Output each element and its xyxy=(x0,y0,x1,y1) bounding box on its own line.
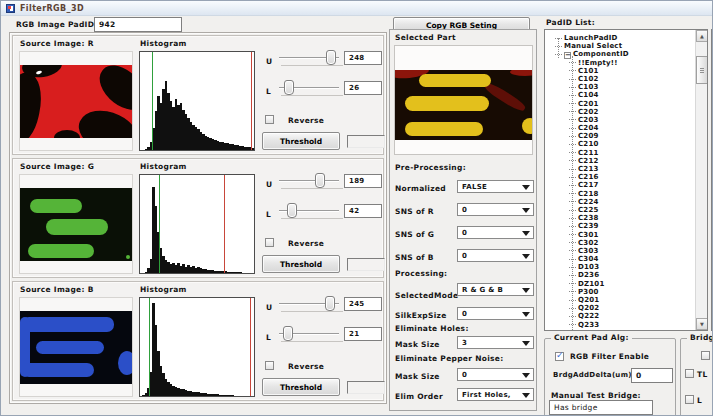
silk-exp-size-select[interactable]: 0 xyxy=(457,307,534,320)
l-slider-r[interactable] xyxy=(279,80,339,96)
tree-item[interactable]: Q202 xyxy=(545,304,694,312)
reverse-label-g: Reverse xyxy=(288,239,324,248)
bridge-top-checkbox[interactable] xyxy=(701,351,710,360)
tree-item[interactable]: LaunchPadID xyxy=(545,34,694,42)
tree-item[interactable]: Q222 xyxy=(545,312,694,320)
reverse-checkbox-b[interactable] xyxy=(265,361,274,370)
u-slider-g[interactable] xyxy=(279,173,339,189)
threshold-button-b[interactable]: Threshold xyxy=(262,378,340,396)
chevron-down-icon xyxy=(522,312,530,317)
tree-item[interactable]: C104 xyxy=(545,91,694,99)
sns-of-g-label: SNS of G xyxy=(395,230,434,239)
tree-item[interactable]: C301 xyxy=(545,231,694,239)
elim-order-select[interactable]: First Holes, xyxy=(457,388,534,401)
selected-part-bitmap xyxy=(395,70,532,140)
tree-item[interactable]: C203 xyxy=(545,116,694,124)
lower-threshold-line-g xyxy=(159,175,160,273)
u-slider-b[interactable] xyxy=(279,296,339,312)
tree-item[interactable]: P300 xyxy=(545,288,694,296)
tree-item[interactable]: Manual Select xyxy=(545,42,694,50)
sns-of-g-select[interactable]: 0 xyxy=(457,226,534,239)
l-value-g[interactable]: 42 xyxy=(344,204,382,218)
tree-item[interactable]: C302 xyxy=(545,239,694,247)
pad-id-list-label: PadID List: xyxy=(546,18,595,27)
tree-item[interactable]: C224 xyxy=(545,198,694,206)
tree-item[interactable]: C103 xyxy=(545,83,694,91)
brdg-add-delta-label: BrdgAddDelta(um): xyxy=(553,371,635,379)
tree-item[interactable]: C239 xyxy=(545,222,694,230)
reverse-checkbox-r[interactable] xyxy=(265,115,274,124)
u-value-g[interactable]: 189 xyxy=(344,174,382,188)
threshold-button-g[interactable]: Threshold xyxy=(262,255,340,273)
tree-item[interactable]: −ComponentID xyxy=(545,50,694,58)
l-checkbox[interactable] xyxy=(685,395,694,404)
brdg-add-delta-value[interactable]: 0 xyxy=(631,368,673,383)
tree-item[interactable]: C209 xyxy=(545,132,694,140)
tree-item[interactable]: C212 xyxy=(545,157,694,165)
tree-item[interactable]: C217 xyxy=(545,181,694,189)
tree-item[interactable]: !!Empty!! xyxy=(545,59,694,67)
tree-item[interactable]: C238 xyxy=(545,214,694,222)
tree-item[interactable]: C225 xyxy=(545,206,694,214)
tree-item[interactable]: C304 xyxy=(545,255,694,263)
l-value-r[interactable]: 26 xyxy=(344,81,382,95)
reverse-label-b: Reverse xyxy=(288,362,324,371)
manual-test-bridge-value[interactable]: Has bridge xyxy=(549,400,653,415)
mask-size-2-select[interactable]: 0 xyxy=(457,368,534,381)
current-pad-alg-title: Current Pad Alg: xyxy=(551,333,632,342)
tree-item[interactable]: C216 xyxy=(545,173,694,181)
tree-item[interactable]: C202 xyxy=(545,108,694,116)
u-value-b[interactable]: 245 xyxy=(344,297,382,311)
tree-item[interactable]: C211 xyxy=(545,149,694,157)
tree-scrollbar[interactable]: ▲ ▼ xyxy=(695,30,707,330)
sns-of-b-label: SNS of B xyxy=(395,253,434,262)
tree-item[interactable]: Q201 xyxy=(545,296,694,304)
tree-item[interactable]: C201 xyxy=(545,100,694,108)
l-slider-b[interactable] xyxy=(279,326,339,342)
tree-item[interactable]: C204 xyxy=(545,124,694,132)
u-value-r[interactable]: 248 xyxy=(344,51,382,65)
rgb-pad-id-label: RGB Image PadID: xyxy=(16,20,98,29)
mask-size-1-select[interactable]: 3 xyxy=(457,336,534,349)
u-label-r: U xyxy=(266,57,272,66)
chevron-down-icon xyxy=(522,208,530,213)
channel-panel-r: Source Image: R Histogram U 248 L 26 Rev… xyxy=(12,35,384,155)
histogram-b xyxy=(139,297,255,397)
sns-of-b-select[interactable]: 0 xyxy=(457,249,534,262)
tree-item[interactable]: D103 xyxy=(545,263,694,271)
tree-item[interactable]: D236 xyxy=(545,271,694,279)
normalized-label: Normalized xyxy=(395,184,446,193)
title-bar[interactable]: FilterRGB_3D xyxy=(1,1,712,16)
threshold-button-r[interactable]: Threshold xyxy=(262,132,340,150)
app-icon xyxy=(6,4,15,13)
rgb-pad-id-value[interactable]: 942 xyxy=(94,17,182,32)
source-image-b xyxy=(19,297,133,397)
l-value-b[interactable]: 21 xyxy=(344,327,382,341)
tree-item[interactable]: C218 xyxy=(545,190,694,198)
histogram-b-title: Histogram xyxy=(140,285,187,294)
tree-item[interactable]: C303 xyxy=(545,247,694,255)
u-slider-r[interactable] xyxy=(279,50,339,66)
tree-item[interactable]: C102 xyxy=(545,75,694,83)
lower-threshold-line-r xyxy=(152,52,153,150)
histogram-r xyxy=(139,51,255,151)
tree-item[interactable]: C210 xyxy=(545,140,694,148)
tree-item[interactable]: C101 xyxy=(545,67,694,75)
elim-order-label: Elim Order xyxy=(395,392,443,401)
scroll-down-button[interactable]: ▼ xyxy=(696,318,708,330)
histogram-g xyxy=(139,174,255,274)
rgb-filter-enable-checkbox[interactable] xyxy=(555,352,564,361)
sns-of-r-select[interactable]: 0 xyxy=(457,203,534,216)
l-slider-g[interactable] xyxy=(279,203,339,219)
tree-item[interactable]: C213 xyxy=(545,165,694,173)
scroll-up-button[interactable]: ▲ xyxy=(696,30,708,42)
tl-checkbox[interactable] xyxy=(685,369,694,378)
reverse-checkbox-g[interactable] xyxy=(265,238,274,247)
tree-item[interactable]: DZ101 xyxy=(545,280,694,288)
normalized-select[interactable]: FALSE xyxy=(457,180,534,193)
scroll-thumb[interactable] xyxy=(696,56,708,84)
mask-size-1-label: Mask Size xyxy=(395,340,440,349)
selected-mode-select[interactable]: R & G & B xyxy=(457,283,534,296)
u-label-b: U xyxy=(266,303,272,312)
tree-item[interactable]: Q233 xyxy=(545,321,694,329)
